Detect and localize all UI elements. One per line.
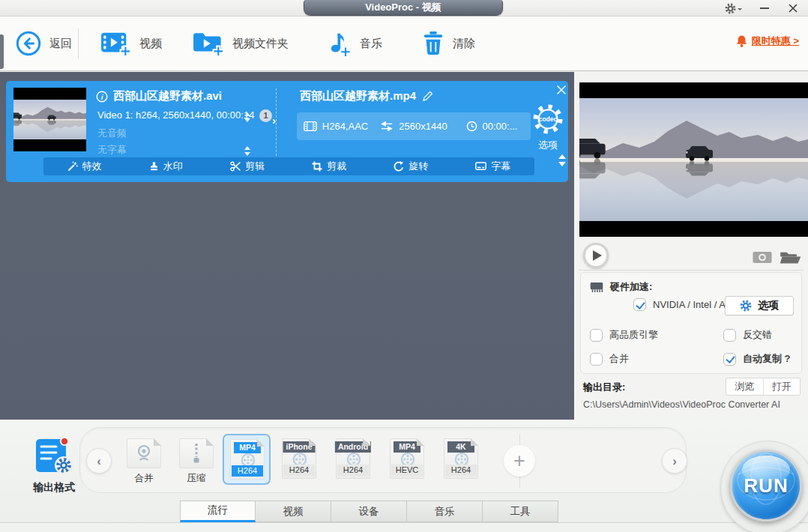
tab-video[interactable]: 视频 — [256, 501, 331, 522]
add-music-icon — [324, 29, 352, 58]
videoproc-window: VideoProc - 视频 返回 — [0, 0, 808, 532]
add-video-folder-button[interactable]: 视频文件夹 — [192, 27, 289, 60]
minimize-button[interactable] — [753, 0, 776, 16]
settings-menu-button[interactable] — [723, 0, 743, 16]
audio-track-info: 无音频 — [97, 127, 127, 140]
format-compress-label: 压缩 — [179, 472, 214, 485]
tab-tools[interactable]: 工具 — [483, 501, 558, 522]
tab-popular[interactable]: 流行 — [180, 501, 256, 522]
video-thumbnail — [13, 88, 86, 151]
card-separator — [276, 88, 277, 156]
tab-crop-label: 剪裁 — [327, 160, 346, 173]
back-arrow-icon — [15, 30, 42, 57]
stamp-icon — [149, 161, 159, 172]
subtitle-track-info: 无字幕 — [97, 143, 127, 157]
format-mp4-h264[interactable]: MP4 H264 — [223, 434, 271, 485]
trash-icon — [421, 30, 445, 57]
carousel-left-button[interactable]: ‹ — [86, 448, 112, 474]
video-track-spinner[interactable] — [244, 111, 250, 124]
tab-subtitle[interactable]: 字幕 — [475, 160, 510, 173]
zip-icon — [189, 443, 204, 464]
limited-offer-link[interactable]: 限时特惠 > — [736, 34, 799, 48]
tab-music[interactable]: 音乐 — [407, 501, 483, 522]
tab-effects[interactable]: 特效 — [67, 160, 102, 173]
film-icon — [304, 121, 317, 132]
add-video-button[interactable]: 视频 — [100, 27, 162, 60]
media-file-card[interactable]: i 西部山区越野素材.avi Video 1: h264, 2560x1440,… — [6, 81, 568, 182]
format-bottom-label: H264 — [232, 465, 263, 477]
clock-icon — [466, 121, 477, 132]
codec-badge-text: codec — [539, 115, 558, 123]
format-compress[interactable]: 压缩 — [179, 438, 214, 485]
add-format-button[interactable]: + — [504, 445, 535, 477]
output-format-label: 输出格式 — [25, 481, 82, 495]
folder-icon — [780, 250, 801, 265]
merge-label: 合并 — [609, 352, 629, 366]
rotate-icon — [394, 161, 404, 172]
snapshot-button[interactable] — [753, 251, 772, 267]
high-quality-label: 高品质引擎 — [609, 328, 658, 342]
window-title: VideoProc - 视频 — [304, 0, 503, 16]
tab-device[interactable]: 设备 — [331, 501, 407, 522]
format-android-h264[interactable]: Android H264 — [336, 438, 370, 479]
tab-cut[interactable]: 剪辑 — [230, 160, 265, 173]
chip-icon — [588, 281, 605, 294]
deinterlace-row[interactable]: 反交错 — [723, 328, 772, 342]
codec-cell: H264,AAC — [297, 121, 375, 132]
browse-button[interactable]: 浏览 — [726, 378, 764, 395]
preview-image — [579, 98, 808, 221]
subtitle-track-spinner[interactable] — [244, 145, 250, 157]
deinterlace-checkbox[interactable] — [723, 329, 736, 342]
high-quality-checkbox[interactable] — [590, 329, 603, 342]
auto-copy-row[interactable]: 自动复制 ? — [723, 352, 791, 366]
format-merge[interactable]: 合并 — [127, 438, 161, 485]
merge-checkbox[interactable] — [590, 353, 603, 366]
open-dir-button[interactable]: 打开 — [764, 378, 801, 395]
magic-wand-icon — [67, 161, 78, 172]
auto-copy-checkbox[interactable] — [723, 353, 736, 366]
video-preview — [579, 82, 808, 237]
tab-watermark-label: 水印 — [163, 160, 183, 173]
run-button[interactable]: RUN — [730, 450, 802, 522]
close-window-button[interactable] — [782, 0, 804, 16]
codec-value: H264,AAC — [322, 121, 368, 132]
toolbar-divider — [78, 28, 79, 58]
tab-rotate[interactable]: 旋转 — [394, 160, 428, 173]
carousel-right-button[interactable]: › — [662, 448, 687, 474]
info-icon[interactable]: i — [96, 91, 108, 103]
scissors-icon — [230, 161, 241, 172]
left-edge-handle — [0, 34, 4, 69]
video-track-info: Video 1: h264, 2560x1440, 00:00:14 — [97, 109, 254, 121]
back-button[interactable]: 返回 — [15, 27, 72, 60]
add-music-label: 音乐 — [360, 37, 382, 51]
webcam-icon — [135, 444, 153, 463]
codec-options-button[interactable]: codec 选项 — [529, 102, 567, 152]
clear-button[interactable]: 清除 — [421, 27, 475, 60]
format-mp4-hevc[interactable]: MP4 HEVC — [390, 438, 424, 479]
output-format-button[interactable]: 输出格式 — [25, 436, 82, 495]
add-video-folder-label: 视频文件夹 — [232, 37, 289, 51]
add-music-button[interactable]: 音乐 — [324, 27, 382, 60]
hardware-options-button[interactable]: 选项 — [725, 296, 794, 315]
high-quality-row[interactable]: 高品质引擎 — [590, 328, 658, 342]
status-strip — [0, 522, 808, 532]
tab-effects-label: 特效 — [82, 160, 102, 173]
tab-watermark[interactable]: 水印 — [149, 160, 183, 173]
gpu-checkbox[interactable] — [633, 298, 646, 311]
back-label: 返回 — [49, 37, 72, 51]
merge-row[interactable]: 合并 — [590, 352, 629, 366]
tab-crop[interactable]: 剪裁 — [312, 160, 346, 173]
remove-file-button[interactable] — [556, 85, 567, 96]
codec-gear-icon: codec — [531, 102, 565, 136]
open-folder-button[interactable] — [780, 250, 801, 267]
tab-rotate-label: 旋转 — [408, 160, 428, 173]
hardware-options-label: 选项 — [758, 299, 779, 312]
gear-icon — [740, 300, 752, 312]
format-4k-h264[interactable]: 4K H264 — [444, 438, 478, 479]
resolution-value: 2560x1440 — [399, 121, 447, 132]
list-scroll-arrows[interactable] — [558, 153, 566, 168]
play-button[interactable] — [583, 243, 609, 268]
edit-name-icon[interactable] — [422, 91, 433, 102]
format-iphone-h264[interactable]: iPhone H264 — [282, 438, 316, 479]
gear-icon — [725, 3, 736, 14]
